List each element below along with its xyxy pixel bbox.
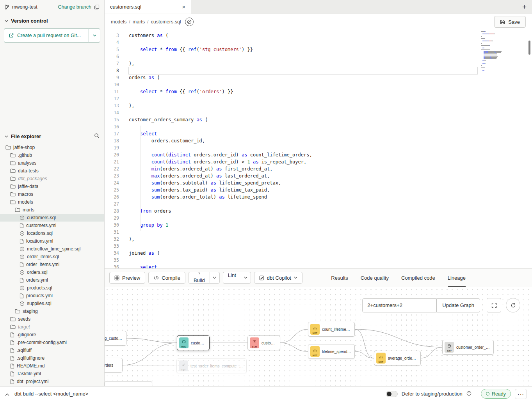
update-graph-button[interactable]: Update Graph (436, 298, 480, 312)
panel-tab-results[interactable]: Results (331, 269, 348, 287)
lineage-node-customers_sem[interactable]: SEMcustomers (247, 335, 280, 350)
file-tree-item[interactable]: metricflow_time_spine.sql (0, 245, 104, 253)
status-badge[interactable]: Ready (481, 389, 511, 399)
file-tree-item[interactable]: jaffle-shop (0, 144, 104, 151)
code-line[interactable]: select * from {{ ref('orders') }} (129, 88, 477, 95)
close-icon[interactable]: × (182, 4, 185, 10)
lineage-node-orders[interactable]: MDLorders (105, 358, 123, 373)
info-icon[interactable] (466, 390, 472, 397)
compile-button[interactable]: Compile (148, 272, 185, 284)
file-tree-item[interactable]: customers.sql (0, 214, 104, 222)
code-line[interactable]: customers as ( (129, 32, 477, 39)
lint-dropdown-button[interactable] (241, 272, 251, 284)
version-control-header[interactable]: Version control (0, 14, 104, 27)
minimap[interactable] (481, 31, 512, 71)
file-tree-item[interactable]: .sqlfluff (0, 346, 104, 354)
code-line[interactable]: orders.customer_id, (129, 137, 477, 144)
file-tree-item[interactable]: locations.yml (0, 237, 104, 245)
file-tree-item[interactable]: customers.yml (0, 222, 104, 229)
code-line[interactable] (129, 67, 477, 74)
file-tree-item[interactable]: .pre-commit-config.yaml (0, 339, 104, 346)
code-area[interactable]: customers as ( select * from {{ ref('stg… (129, 32, 477, 268)
lineage-node-partial_bottom[interactable] (105, 381, 152, 386)
code-line[interactable]: count(distinct orders.order_id) > 1 as i… (129, 158, 477, 165)
code-line[interactable] (129, 257, 477, 264)
file-tree-item[interactable]: products.sql (0, 284, 104, 292)
code-line[interactable] (129, 81, 477, 88)
file-tree-item[interactable]: jaffle-data (0, 183, 104, 190)
chevron-up-icon[interactable] (5, 390, 9, 397)
code-line[interactable] (129, 53, 477, 60)
lineage-node-average_order_value[interactable]: METaverage_order_value (374, 351, 421, 366)
code-line[interactable] (129, 229, 477, 236)
change-branch-link[interactable]: Change branch (58, 4, 91, 10)
save-button[interactable]: Save (494, 16, 526, 28)
editor-scrollbar[interactable] (528, 30, 531, 268)
code-line[interactable]: customer_orders_summary as ( (129, 116, 477, 123)
file-tree-item[interactable]: locations.sql (0, 229, 104, 237)
search-icon[interactable] (94, 133, 100, 140)
fullscreen-button[interactable] (487, 298, 501, 312)
file-tree-item[interactable]: .gitignore (0, 331, 104, 339)
defer-toggle[interactable] (386, 391, 398, 397)
code-line[interactable]: select (129, 130, 477, 137)
file-tree-item[interactable]: dbt_packages (0, 175, 104, 183)
file-tree-item[interactable]: README.md (0, 362, 104, 370)
code-line[interactable]: orders as ( (129, 74, 477, 81)
code-editor[interactable]: 3456789101112131415161718192021222324252… (105, 30, 532, 268)
file-tree-item[interactable]: Taskfile.yml (0, 370, 104, 378)
file-tree-item[interactable]: macros (0, 190, 104, 198)
code-line[interactable] (129, 109, 477, 116)
preview-button[interactable]: Preview (109, 272, 145, 284)
code-line[interactable]: select (129, 264, 477, 268)
lineage-panel[interactable]: MDLstg_customersMDLordersMDLcustomersSEM… (105, 287, 532, 386)
file-tree-item[interactable]: orders.sql (0, 268, 104, 276)
file-tree-item[interactable]: target (0, 323, 104, 331)
code-line[interactable]: sum(orders.tax_paid) as lifetime_tax_pai… (129, 186, 477, 193)
file-tree-item[interactable]: analyses (0, 159, 104, 167)
refresh-button[interactable] (506, 298, 520, 312)
code-line[interactable]: ), (129, 102, 477, 109)
lineage-node-lifetime_spend_pretax[interactable]: METlifetime_spend_pretax (308, 344, 355, 359)
file-tree-item[interactable]: .github (0, 151, 104, 159)
code-line[interactable] (129, 144, 477, 151)
pr-dropdown-button[interactable] (89, 28, 100, 43)
lint-button[interactable]: Lint (223, 272, 241, 284)
new-tab-button[interactable]: + (522, 3, 527, 11)
ellipsis-icon[interactable]: ··· (515, 389, 527, 399)
build-dropdown-button[interactable] (210, 272, 220, 284)
file-state-icon[interactable] (185, 18, 194, 26)
code-line[interactable] (129, 243, 477, 250)
file-tree-item[interactable]: supplies.sql (0, 300, 104, 307)
breadcrumb-item[interactable]: marts (133, 19, 145, 25)
code-line[interactable]: count(distinct orders.order_id) as count… (129, 151, 477, 158)
file-explorer-header[interactable]: File explorer (0, 129, 104, 144)
code-line[interactable]: sum(orders.subtotal) as lifetime_spend_p… (129, 179, 477, 186)
file-tree-item[interactable]: dbt_project.yml (0, 378, 104, 385)
build-button[interactable]: Build (189, 272, 210, 284)
copy-icon[interactable] (94, 4, 100, 10)
code-line[interactable]: min(orders.ordered_at) as first_ordered_… (129, 165, 477, 172)
code-line[interactable]: ), (129, 60, 477, 67)
code-line[interactable] (129, 95, 477, 102)
breadcrumb-item[interactable]: models (111, 19, 126, 25)
lineage-node-stg_customers[interactable]: MDLstg_customers (105, 331, 126, 346)
code-line[interactable] (129, 200, 477, 208)
code-line[interactable]: from orders (129, 208, 477, 215)
file-tree-item[interactable]: orders.yml (0, 276, 104, 284)
panel-tab-code-quality[interactable]: Code quality (361, 269, 389, 287)
file-tree-item[interactable]: products.yml (0, 292, 104, 300)
code-line[interactable] (129, 39, 477, 46)
file-tree-item[interactable]: marts (0, 206, 104, 214)
code-line[interactable]: max(orders.ordered_at) as last_ordered_a… (129, 172, 477, 179)
create-pr-button[interactable]: Create a pull request on Git... (4, 28, 89, 43)
scrollbar-handle[interactable] (528, 41, 530, 55)
file-tree-item[interactable]: .sqlfluffignore (0, 354, 104, 362)
panel-tab-lineage[interactable]: Lineage (448, 269, 466, 287)
code-line[interactable] (129, 215, 477, 222)
file-tree-item[interactable]: order_items.sql (0, 253, 104, 261)
file-tree-item[interactable]: models (0, 198, 104, 206)
code-line[interactable]: select * from {{ ref('stg_customers') }} (129, 46, 477, 53)
code-line[interactable]: sum(orders.order_total) as lifetime_spen… (129, 193, 477, 200)
breadcrumb-item[interactable]: customers.sql (151, 19, 181, 25)
